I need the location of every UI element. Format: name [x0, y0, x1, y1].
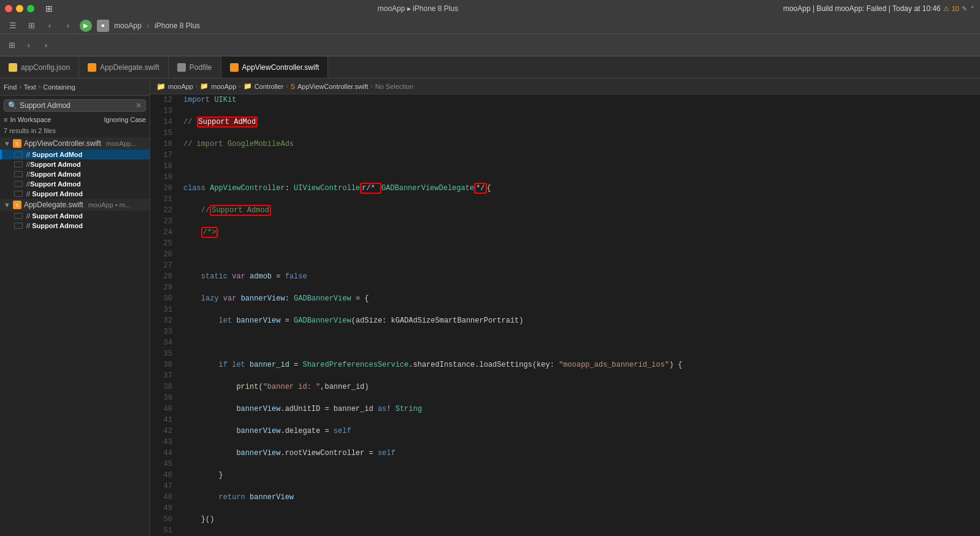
edit-icon: ✎ — [962, 5, 967, 13]
swift-file-icon-appviewcontroller: S — [13, 139, 21, 148]
stop-button[interactable]: ■ — [97, 20, 109, 32]
file-header-appviewcontroller[interactable]: ▼ S AppViewController.swift mooApp... — [0, 137, 150, 150]
result-text: // Support Admod — [26, 222, 83, 229]
bc-sep2: › — [239, 83, 240, 90]
bc-sep4: › — [370, 83, 372, 90]
find-sep2: › — [39, 83, 40, 90]
device-separator: › — [147, 20, 150, 31]
result-text: //Support Admod — [26, 180, 81, 188]
search-icon: 🔍 — [8, 101, 17, 110]
layout-icon[interactable]: ⊞ — [5, 39, 18, 52]
chevron-up-icon[interactable]: ⌃ — [970, 5, 975, 13]
containing-label[interactable]: Containing — [43, 83, 75, 91]
swift-file-icon-appdelegate: S — [13, 201, 21, 209]
bc-controller[interactable]: Controller — [255, 83, 284, 90]
appconfig-file-icon — [9, 63, 17, 72]
result-text: //Support Admod — [26, 170, 81, 178]
code-content[interactable]: import UIKit // Support AdMod // import … — [177, 94, 980, 536]
file-header-appdelegate[interactable]: ▼ S AppDelegate.swift mooApp • m... — [0, 199, 150, 211]
sidebar: Find › Text › Containing 🔍 ✕ ≡ In Worksp… — [0, 78, 150, 536]
maximize-button[interactable] — [27, 5, 34, 12]
appdelegate-file-icon — [88, 63, 96, 72]
forward2-icon[interactable]: › — [39, 39, 53, 52]
result-icon — [14, 191, 23, 197]
scope-label[interactable]: In Workspace — [10, 116, 51, 123]
result-item[interactable]: //Support Admod — [0, 169, 150, 179]
result-icon — [14, 223, 23, 229]
tab-appdelegate[interactable]: AppDelegate.swift — [79, 56, 169, 78]
tab-appconfig[interactable]: appConfig.json — [0, 56, 79, 78]
app-name-label: mooApp — [114, 21, 142, 30]
warning-icon: ⚠ — [943, 5, 949, 13]
forward-icon[interactable]: › — [61, 19, 75, 33]
scope-row: ≡ In Workspace Ignoring Case — [0, 114, 150, 125]
warning-count: 10 — [952, 5, 959, 12]
tab-podfile[interactable]: Podfile — [169, 56, 221, 78]
result-item[interactable]: //Support Admod — [0, 159, 150, 169]
grid-icon[interactable]: ⊞ — [25, 19, 38, 33]
result-text: // Support Admod — [26, 212, 83, 220]
file-group-appdelegate: ▼ S AppDelegate.swift mooApp • m... // S… — [0, 199, 150, 231]
file-group-appviewcontroller: ▼ S AppViewController.swift mooApp... //… — [0, 137, 150, 199]
filename-appdelegate: AppDelegate.swift — [24, 201, 83, 209]
title-bar: ⊞ mooApp ▸ iPhone 8 Plus mooApp | Build … — [0, 0, 980, 17]
result-item[interactable]: // Support Admod — [0, 221, 150, 231]
window-title: mooApp ▸ iPhone 8 Plus — [56, 4, 779, 13]
bc-icon: 📁 — [156, 82, 166, 91]
workspace-icon: ≡ — [4, 116, 7, 123]
close-button[interactable] — [5, 5, 12, 12]
result-text: // Support AdMod — [26, 151, 82, 158]
bc-filename[interactable]: AppViewController.swift — [297, 83, 368, 90]
result-item[interactable]: // Support Admod — [0, 211, 150, 221]
find-bar: Find › Text › Containing — [0, 78, 150, 96]
tab-podfile-label: Podfile — [189, 63, 212, 72]
result-text: //Support Admod — [26, 161, 81, 168]
text-label[interactable]: Text — [24, 83, 36, 91]
result-icon — [14, 213, 23, 219]
filepath-appdelegate: mooApp • m... — [88, 201, 131, 209]
second-toolbar: ⊞ ‹ › — [0, 34, 980, 56]
build-status-text: mooApp | Build mooApp: Failed | Today at… — [783, 4, 941, 13]
tab-appviewcontroller[interactable]: AppViewController.swift — [221, 56, 329, 78]
search-area: 🔍 ✕ — [0, 96, 150, 114]
tab-appdelegate-label: AppDelegate.swift — [100, 63, 159, 72]
window-icon: ⊞ — [45, 4, 53, 13]
filename-appviewcontroller: AppViewController.swift — [24, 139, 101, 148]
result-item[interactable]: //Support Admod — [0, 179, 150, 189]
result-icon — [14, 151, 23, 158]
result-item[interactable]: // Support Admod — [0, 189, 150, 199]
filepath-appviewcontroller: mooApp... — [106, 140, 137, 147]
main-content: Find › Text › Containing 🔍 ✕ ≡ In Worksp… — [0, 78, 980, 536]
case-mode-label[interactable]: Ignoring Case — [104, 116, 147, 123]
result-icon — [14, 171, 23, 177]
search-input[interactable] — [20, 101, 133, 110]
bc-swift-icon: S — [291, 83, 295, 90]
podfile-icon — [177, 63, 186, 72]
minimize-button[interactable] — [16, 5, 23, 12]
play-button[interactable]: ▶ — [80, 20, 92, 32]
device-bar: ☰ ⊞ ‹ › ▶ ■ mooApp › iPhone 8 Plus — [0, 17, 980, 34]
bc-noselection: No Selection — [375, 83, 413, 90]
bc-sep3: › — [286, 83, 288, 90]
result-icon — [14, 161, 23, 167]
result-icon — [14, 181, 23, 187]
breadcrumb: 📁 mooApp › 📁 mooApp › 📁 Controller › S A… — [150, 78, 980, 94]
back-icon[interactable]: ‹ — [43, 19, 56, 33]
search-box: 🔍 ✕ — [4, 99, 146, 112]
back2-icon[interactable]: ‹ — [22, 39, 36, 52]
result-item[interactable]: // Support AdMod — [0, 150, 150, 159]
device-name-label: iPhone 8 Plus — [155, 21, 200, 30]
bc-mooapp1[interactable]: mooApp — [168, 83, 193, 90]
results-summary: 7 results in 2 files — [4, 127, 56, 134]
bc-mooapp2[interactable]: mooApp — [211, 83, 236, 90]
appviewcontroller-file-icon — [230, 63, 239, 72]
code-area[interactable]: 12 13 14 15 16 17 18 19 20 21 22 23 24 2… — [150, 94, 980, 536]
find-label[interactable]: Find — [4, 83, 17, 91]
clear-search-button[interactable]: ✕ — [136, 101, 142, 110]
sidebar-toggle-icon[interactable]: ☰ — [6, 19, 20, 33]
tab-appconfig-label: appConfig.json — [21, 63, 70, 72]
file-results: ▼ S AppViewController.swift mooApp... //… — [0, 137, 150, 536]
line-numbers: 12 13 14 15 16 17 18 19 20 21 22 23 24 2… — [150, 94, 177, 536]
bc-sep1: › — [196, 83, 197, 90]
find-sep1: › — [19, 83, 21, 90]
